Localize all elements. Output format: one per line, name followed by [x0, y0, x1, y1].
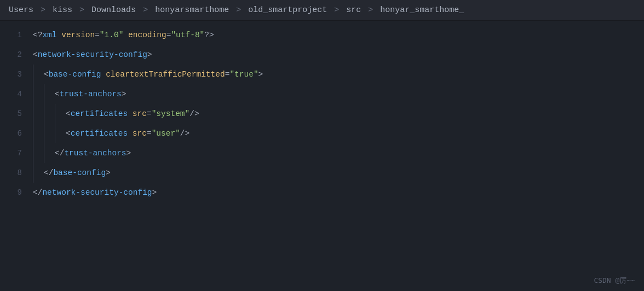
- indent-guide: [33, 143, 44, 163]
- token: certificates: [71, 109, 128, 118]
- breadcrumb-sep: >: [79, 5, 89, 15]
- token: trust-anchors: [64, 149, 126, 158]
- breadcrumb-sep: >: [143, 5, 153, 15]
- line-content: <certificates src="user"/>: [66, 124, 644, 143]
- token: [101, 70, 106, 79]
- line-content: <network-security-config>: [33, 45, 644, 65]
- indent-guide: [44, 124, 55, 143]
- token: <: [55, 90, 60, 98]
- breadcrumb-part: kiss: [53, 5, 72, 15]
- token: >: [152, 188, 157, 197]
- token: >: [127, 149, 131, 158]
- code-line: 2<network-security-config>: [0, 45, 644, 65]
- breadcrumb-part: old_smartproject: [248, 5, 327, 15]
- token: <: [66, 129, 71, 138]
- token: cleartextTrafficPermitted: [106, 70, 225, 79]
- line-content: <trust-anchors>: [55, 84, 644, 104]
- indent-guide: [44, 84, 55, 104]
- code-line: 7</trust-anchors>: [0, 143, 644, 163]
- indent-guide: [44, 104, 55, 124]
- breadcrumb-sep: >: [334, 5, 344, 15]
- token: base-config: [49, 70, 101, 79]
- token: [123, 31, 128, 39]
- line-content: </base-config>: [44, 163, 644, 183]
- code-line: 6<certificates src="user"/>: [0, 124, 644, 143]
- breadcrumb: Users > kiss > Downloads > honyarsmartho…: [0, 0, 644, 21]
- breadcrumb-sep: >: [236, 5, 246, 15]
- token: >: [122, 90, 127, 98]
- breadcrumb-sep: >: [368, 5, 378, 15]
- code-line: 4<trust-anchors>: [0, 84, 644, 104]
- indent-guide: [55, 124, 66, 143]
- token: >: [106, 168, 111, 177]
- line-number: 9: [0, 183, 33, 202]
- indent-guide: [44, 143, 55, 163]
- code-line: 9</network-security-config>: [0, 183, 644, 202]
- token: encoding: [128, 31, 166, 39]
- line-number: 1: [0, 25, 33, 45]
- token: "system": [152, 109, 190, 118]
- line-content: </network-security-config>: [33, 183, 644, 202]
- indent-guide: [33, 124, 44, 143]
- token: <?: [33, 31, 42, 39]
- line-number: 7: [0, 143, 33, 163]
- token: version: [61, 31, 95, 39]
- token: trust-anchors: [60, 90, 122, 98]
- token: "true": [229, 70, 258, 79]
- token: src: [133, 109, 147, 118]
- token: certificates: [71, 129, 128, 138]
- indent-guide: [33, 65, 44, 84]
- code-line: 1<?xml version="1.0" encoding="utf-8"?>: [0, 25, 644, 45]
- breadcrumb-part: honyar_smarthome_: [380, 5, 464, 15]
- token: "1.0": [100, 31, 124, 39]
- token: >: [258, 70, 263, 79]
- token: </: [33, 188, 42, 197]
- token: <: [33, 50, 38, 59]
- line-number: 2: [0, 45, 33, 65]
- code-editor: 1<?xml version="1.0" encoding="utf-8"?>2…: [0, 21, 644, 207]
- breadcrumb-part: honyarsmarthome: [155, 5, 229, 15]
- token: =: [147, 129, 152, 138]
- line-content: </trust-anchors>: [55, 143, 644, 163]
- breadcrumb-part: Users: [9, 5, 33, 15]
- watermark: CSDN @厉~~: [594, 276, 635, 286]
- line-content: <certificates src="system"/>: [66, 104, 644, 124]
- token: network-security-config: [42, 188, 152, 197]
- code-line: 3<base-config cleartextTrafficPermitted=…: [0, 65, 644, 84]
- token: [128, 109, 133, 118]
- token: xml: [42, 31, 56, 39]
- token: =: [147, 109, 152, 118]
- line-number: 8: [0, 163, 33, 183]
- token: />: [189, 109, 199, 118]
- indent-guide: [33, 163, 44, 183]
- breadcrumb-sep: >: [41, 5, 50, 15]
- token: base-config: [53, 168, 106, 177]
- token: <: [44, 70, 49, 79]
- breadcrumb-part: Downloads: [91, 5, 136, 15]
- token: "user": [152, 129, 180, 138]
- token: </: [55, 149, 64, 158]
- token: />: [180, 129, 189, 138]
- token: [128, 129, 133, 138]
- line-content: <base-config cleartextTrafficPermitted="…: [44, 65, 644, 84]
- indent-guide: [55, 104, 66, 124]
- token: ?>: [204, 31, 214, 39]
- token: </: [44, 168, 53, 177]
- line-number: 3: [0, 65, 33, 84]
- code-line: 5<certificates src="system"/>: [0, 104, 644, 124]
- breadcrumb-part: src: [346, 5, 361, 15]
- line-content: <?xml version="1.0" encoding="utf-8"?>: [33, 25, 644, 45]
- token: src: [133, 129, 147, 138]
- token: network-security-config: [38, 50, 147, 59]
- code-line: 8</base-config>: [0, 163, 644, 183]
- token: <: [66, 109, 71, 118]
- indent-guide: [33, 84, 44, 104]
- line-number: 5: [0, 104, 33, 124]
- indent-guide: [33, 104, 44, 124]
- token: [57, 31, 62, 39]
- token: =: [95, 31, 100, 39]
- line-number: 4: [0, 84, 33, 104]
- token: >: [147, 50, 152, 59]
- token: "utf-8": [171, 31, 204, 39]
- line-number: 6: [0, 124, 33, 143]
